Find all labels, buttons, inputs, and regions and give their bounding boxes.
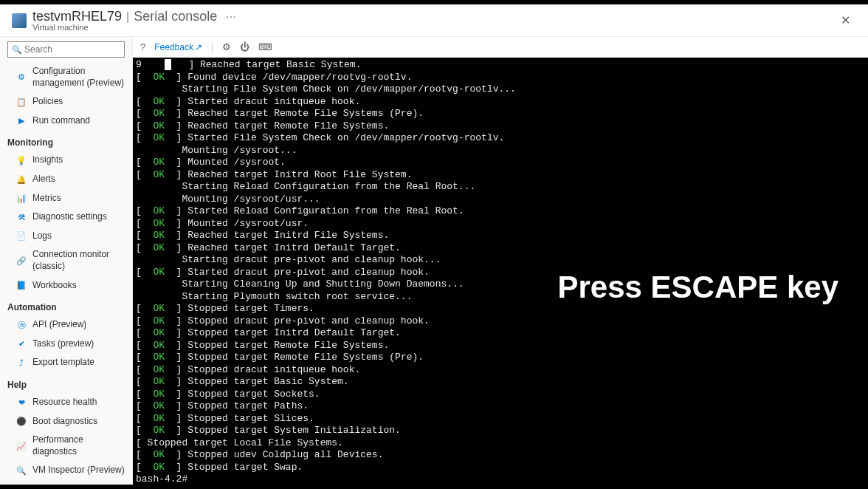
- power-icon[interactable]: ⏻: [240, 41, 249, 52]
- sidebar-item[interactable]: 📄Logs: [0, 227, 132, 246]
- sidebar-item-label: VM Inspector (Preview): [32, 465, 125, 476]
- sidebar-item-icon: ⚫: [16, 416, 27, 426]
- sidebar-item[interactable]: ⓐAPI (Preview): [0, 315, 132, 335]
- sidebar-item[interactable]: 📘Workbooks: [0, 276, 132, 295]
- sidebar-item[interactable]: ❤Resource health: [0, 393, 132, 412]
- sidebar-item-icon: ❤: [16, 397, 27, 408]
- sidebar-item[interactable]: 🔔Alerts: [0, 170, 132, 189]
- sidebar-item-label: Metrics: [32, 193, 61, 205]
- sidebar-item[interactable]: ✔Tasks (preview): [0, 335, 132, 354]
- sidebar-item[interactable]: 🔗Connection monitor (classic): [0, 245, 132, 276]
- sidebar-item-label: Resource health: [32, 397, 97, 408]
- overlay-text: Press ESCAPE key: [557, 270, 838, 305]
- bottom-strip: [0, 485, 868, 489]
- toolbar-divider: |: [211, 42, 213, 52]
- sidebar-item-icon: ✔: [16, 339, 27, 349]
- sidebar-item[interactable]: 🛠Diagnostic settings: [0, 208, 132, 227]
- sidebar-item-label: API (Preview): [32, 319, 86, 331]
- sidebar-item-icon: 🔔: [16, 174, 27, 185]
- sidebar: 🔍 ⚙Configuration management (Preview)📋Po…: [0, 37, 133, 485]
- sidebar-item-icon: ⚙: [16, 72, 27, 83]
- title-divider: |: [126, 10, 129, 24]
- sidebar-item[interactable]: ⤴Export template: [0, 353, 132, 372]
- sidebar-item[interactable]: 💡Insights: [0, 151, 132, 170]
- more-icon[interactable]: ⋯: [226, 11, 236, 23]
- sidebar-header: Automation: [0, 295, 132, 315]
- sidebar-item[interactable]: ⚙Configuration management (Preview): [0, 62, 132, 92]
- sidebar-item-label: Policies: [32, 96, 63, 108]
- sidebar-item-label: Alerts: [32, 174, 55, 185]
- search-icon: 🔍: [12, 45, 22, 55]
- sidebar-item-label: Diagnostic settings: [32, 211, 107, 223]
- blade-title: Serial console: [134, 9, 217, 24]
- sidebar-item[interactable]: 📈Performance diagnostics: [0, 431, 132, 461]
- main-pane: ? Feedback↗ | ⚙ ⏻ ⌨ 9 ] Reached target B…: [133, 37, 868, 485]
- console-toolbar: ? Feedback↗ | ⚙ ⏻ ⌨: [133, 37, 868, 58]
- keyboard-icon[interactable]: ⌨: [258, 41, 272, 52]
- sidebar-item-icon: 📈: [16, 441, 27, 451]
- external-icon: ↗: [195, 42, 202, 52]
- sidebar-header: Monitoring: [0, 130, 132, 151]
- sidebar-item-label: Logs: [32, 230, 52, 242]
- sidebar-item-icon: 🛠: [16, 212, 27, 222]
- help-icon[interactable]: ?: [140, 41, 145, 52]
- sidebar-item-label: Performance diagnostics: [32, 434, 125, 457]
- sidebar-item[interactable]: ▶Run command: [0, 112, 132, 131]
- sidebar-item[interactable]: 📊Metrics: [0, 189, 132, 208]
- sidebar-item-label: Connection monitor (classic): [32, 249, 125, 272]
- sidebar-item-label: Tasks (preview): [32, 338, 94, 350]
- sidebar-item-label: Workbooks: [32, 280, 77, 292]
- sidebar-item-label: Insights: [32, 154, 63, 166]
- sidebar-item-icon: 📋: [16, 97, 27, 107]
- sidebar-item[interactable]: 🔍VM Inspector (Preview): [0, 461, 132, 480]
- feedback-link[interactable]: Feedback↗: [154, 42, 202, 52]
- sidebar-item-label: Boot diagnostics: [32, 416, 97, 428]
- sidebar-item-label: Configuration management (Preview): [32, 66, 125, 89]
- page-header: testvmRHEL79 | Serial console ⋯ Virtual …: [0, 4, 868, 37]
- sidebar-item-icon: ⓐ: [16, 320, 27, 330]
- sidebar-item-icon: ⤴: [16, 358, 27, 368]
- gear-icon[interactable]: ⚙: [222, 41, 231, 52]
- sidebar-item-icon: 📄: [16, 231, 27, 242]
- sidebar-item-icon: 📘: [16, 280, 27, 290]
- resource-subtitle: Virtual machine: [32, 23, 236, 32]
- search-input[interactable]: [7, 41, 125, 58]
- sidebar-item-label: Run command: [32, 115, 90, 127]
- sidebar-item-icon: 🔍: [16, 465, 27, 476]
- sidebar-item-label: Export template: [32, 357, 94, 369]
- sidebar-item-icon: 📊: [16, 193, 27, 203]
- sidebar-item-icon: 🔗: [16, 256, 27, 266]
- sidebar-item[interactable]: ⚫Boot diagnostics: [0, 412, 132, 431]
- vm-icon: [12, 13, 27, 28]
- sidebar-header: Help: [0, 372, 132, 393]
- sidebar-item[interactable]: 📋Policies: [0, 92, 132, 112]
- close-button[interactable]: ✕: [835, 10, 856, 30]
- sidebar-item-icon: ▶: [16, 116, 27, 126]
- sidebar-item-icon: 💡: [16, 155, 27, 165]
- resource-title: testvmRHEL79: [32, 9, 122, 24]
